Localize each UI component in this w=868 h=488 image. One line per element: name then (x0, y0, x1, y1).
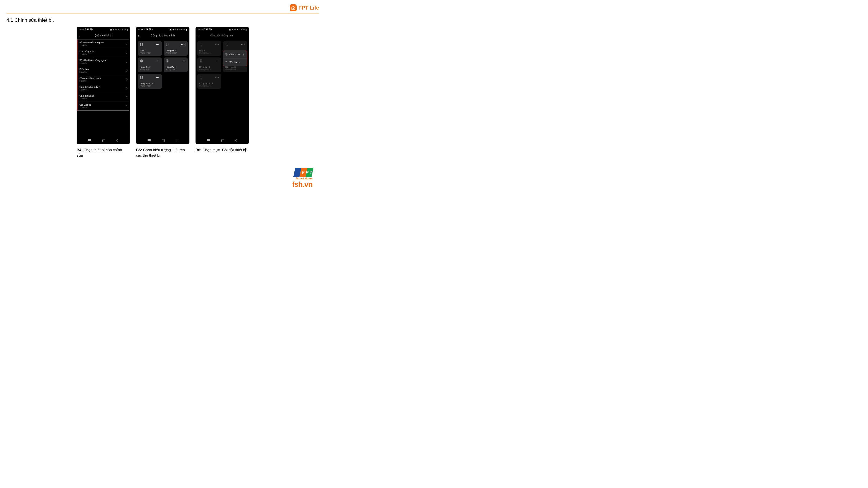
nav-home-button[interactable] (102, 139, 105, 142)
svg-point-0 (293, 6, 293, 7)
svg-point-38 (201, 60, 202, 61)
footer-area: FPT Smart Home fsh.vn (6, 160, 319, 193)
card-more-button[interactable]: ••• (155, 43, 160, 46)
device-count: 1 thiết bị (80, 62, 106, 64)
footer-url: fsh.vn (292, 180, 312, 188)
svg-point-14 (141, 61, 142, 62)
device-card[interactable]: ••• Công tắc 4Phòng khách (138, 58, 162, 72)
phone-body: ••• ctac 1Phòng khách ••• ••• Công tắc 4… (195, 39, 249, 137)
device-card[interactable]: ••• Công tắc 3Phòng khách (164, 58, 188, 72)
card-more-button[interactable]: ••• (180, 43, 186, 46)
back-button[interactable] (138, 34, 140, 37)
caption-b4: B4: Chọn thiết bị cần chỉnh sửa (76, 148, 129, 158)
screen-column-1: 08:55✆ ▣ 回 • ▣ ◄ ⁵ᴳ ᐱ ᐱ 82% ▮ Quản lý th… (76, 27, 130, 158)
list-item[interactable]: Cảm biến khói1 thiết bị (78, 93, 129, 102)
list-item[interactable]: Cảm biến hiện diện1 thiết bị (78, 84, 129, 93)
switch-icon (140, 43, 143, 46)
device-card[interactable]: ••• Công tắc 4 - 4Phòng khách (138, 74, 162, 89)
svg-rect-36 (200, 60, 202, 62)
context-menu: Cài đặt thiết bị Xóa thiết bị (223, 51, 247, 66)
switch-icon (165, 43, 169, 46)
svg-point-29 (200, 45, 201, 45)
status-right: ▣ ◄ ⁵ᴳ ᐱ ᐱ 82% ▮ (169, 28, 187, 31)
house-icon (290, 4, 297, 11)
phone-screen-1: 08:55✆ ▣ 回 • ▣ ◄ ⁵ᴳ ᐱ ᐱ 82% ▮ Quản lý th… (76, 27, 130, 144)
nav-header: Công tắc thông minh (136, 32, 189, 39)
nav-back-button[interactable] (116, 139, 119, 142)
card-more-button[interactable]: ••• (155, 59, 160, 62)
back-button[interactable] (198, 34, 199, 37)
nav-home-button[interactable] (221, 139, 224, 142)
caption-prefix: B4: (76, 148, 83, 152)
nav-recent-button[interactable] (207, 139, 210, 142)
android-nav-bar (76, 137, 130, 144)
svg-point-5 (142, 45, 142, 45)
card-more-button[interactable]: ••• (214, 43, 219, 46)
card-name: ctac 1 (140, 50, 160, 52)
card-more-button[interactable]: ••• (240, 43, 245, 46)
svg-point-40 (201, 61, 202, 62)
device-card[interactable]: ••• ctac 1Phòng khách (138, 41, 162, 56)
svg-point-7 (167, 44, 167, 44)
device-card-grid: ••• ctac 1Phòng khách ••• Công tắc 4Phòn… (136, 39, 189, 91)
card-more-button[interactable]: ••• (214, 76, 219, 79)
screen-title: Công tắc thông minh (210, 34, 234, 37)
menu-item-delete[interactable]: Xóa thiết bị (223, 59, 247, 66)
menu-item-settings[interactable]: Cài đặt thiết bị (223, 51, 247, 59)
nav-recent-button[interactable] (88, 139, 91, 142)
list-item[interactable]: Bộ điều khiển hồng ngoại1 thiết bị (78, 57, 129, 66)
svg-point-19 (167, 61, 167, 62)
svg-point-9 (167, 45, 167, 45)
card-name: Công tắc 4 (140, 66, 160, 68)
svg-rect-1 (141, 43, 142, 46)
switch-icon (199, 43, 203, 46)
device-card[interactable]: ••• ctac 1Phòng khách (197, 41, 221, 56)
card-room: Phòng khách (199, 68, 219, 70)
device-name: Điều hòa (80, 68, 89, 70)
back-button[interactable] (79, 34, 80, 37)
svg-point-24 (141, 78, 142, 78)
list-item[interactable]: Bộ điều khiển trung tâm1 thiết bị (78, 39, 129, 48)
menu-item-label: Cài đặt thiết bị (229, 53, 244, 56)
svg-point-49 (200, 78, 201, 78)
chevron-right-icon (125, 69, 128, 72)
footer-logo: FPT Smart Home fsh.vn (292, 168, 312, 189)
device-card[interactable]: ••• Công tắc 4Phòng khách (164, 41, 188, 56)
screen-title: Quản lý thiết bị (94, 34, 112, 37)
svg-rect-16 (166, 60, 168, 62)
phone-screen-2: 08:55✆ ▣ 回 • ▣ ◄ ⁵ᴳ ᐱ ᐱ 82% ▮ Công tắc t… (136, 27, 189, 144)
nav-back-button[interactable] (176, 139, 179, 142)
list-item[interactable]: Công tắc thông minh5 thiết bị (78, 75, 129, 84)
header-divider (6, 13, 319, 13)
list-item[interactable]: Điều hòa5 thiết bị (78, 66, 129, 75)
card-more-button[interactable]: ••• (180, 59, 186, 62)
nav-back-button[interactable] (235, 139, 238, 142)
svg-point-32 (226, 44, 227, 44)
nav-home-button[interactable] (162, 139, 165, 142)
device-name: Usb Zigbee (80, 103, 91, 106)
device-count: 5 thiết bị (80, 71, 89, 73)
device-card[interactable]: ••• Công tắc 4Phòng khách (197, 58, 221, 72)
caption-text: Chọn thiết bị cần chỉnh sửa (76, 148, 122, 158)
caption-prefix: B5: (136, 148, 142, 152)
card-more-button[interactable]: ••• (214, 59, 219, 62)
device-count: 1 thiết bị (80, 53, 95, 55)
svg-rect-21 (141, 76, 142, 79)
phone-screen-3: 08:55✆ ▣ 回 • ▣ ◄ ⁵ᴳ ᐱ ᐱ 82% ▮ Công tắc t… (195, 27, 249, 144)
menu-item-label: Xóa thiết bị (229, 61, 241, 64)
card-more-button[interactable]: ••• (155, 76, 160, 79)
list-item[interactable]: Usb Zigbee2 thiết bị (78, 102, 129, 110)
nav-recent-button[interactable] (148, 139, 151, 142)
status-time: 08:55 (198, 28, 203, 31)
footer-smart-home: Smart Home (292, 177, 312, 180)
list-item[interactable]: Loa thông minh1 thiết bị (78, 48, 129, 57)
device-card[interactable]: ••• Công tắc 4 - 4Phòng khách (197, 74, 221, 89)
caption-b6: B6: Chọn mục "Cài đặt thiết bị" (195, 148, 248, 153)
status-right: ▣ ◄ ⁵ᴳ ᐱ ᐱ 82% ▮ (229, 28, 247, 31)
svg-rect-26 (200, 43, 202, 46)
device-count: 5 thiết bị (80, 80, 101, 82)
device-category-list: Bộ điều khiển trung tâm1 thiết bị Loa th… (77, 39, 129, 110)
card-name: Công tắc 4 (165, 50, 186, 52)
status-left-icons: ✆ ▣ 回 • (144, 28, 153, 31)
card-name: Công tắc 4 - 4 (140, 83, 160, 85)
